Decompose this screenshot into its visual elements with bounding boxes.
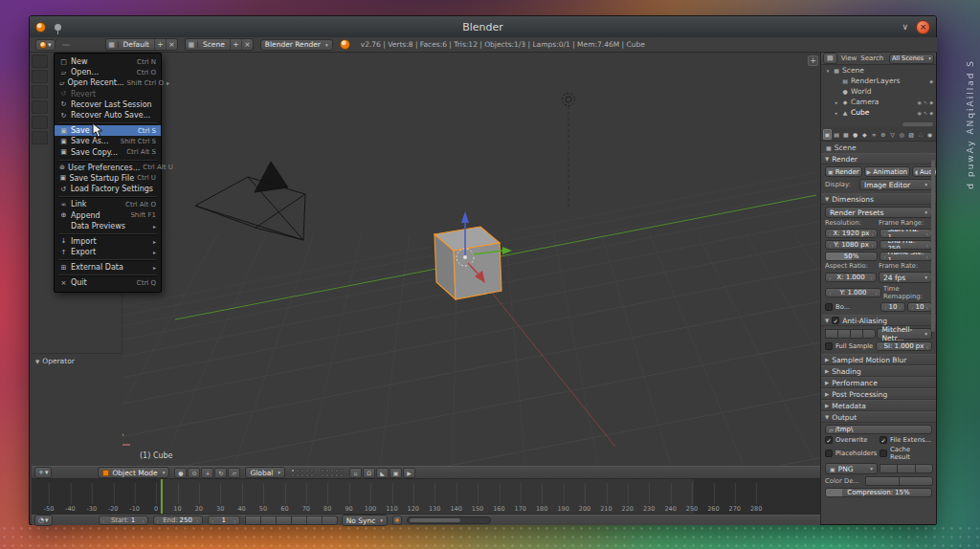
aa-sample-button[interactable]	[850, 329, 863, 339]
frame-start-field[interactable]: Start: 1	[99, 516, 148, 525]
viewport-shading-icon[interactable]: ●	[174, 468, 187, 478]
operator-panel-header[interactable]: ▼ Operator	[32, 354, 122, 368]
render-button[interactable]: ▣ Render	[825, 166, 862, 177]
timeline-menu[interactable]	[67, 519, 75, 521]
expand-arrow-icon[interactable]: ▸	[834, 110, 839, 116]
layer-toggle[interactable]	[296, 469, 300, 472]
screen-layout-selector[interactable]: ▦ Default + ×	[105, 38, 178, 51]
expand-arrow-icon[interactable]: ▸	[834, 99, 839, 105]
object-tab[interactable]: ◆	[860, 129, 869, 140]
render-engine-dropdown[interactable]: Blender Render	[260, 39, 333, 51]
viewport-menu[interactable]	[85, 472, 93, 473]
render-opengl-icon[interactable]: ▣	[390, 468, 402, 478]
antialiasing-checkbox[interactable]: ✓	[832, 317, 839, 324]
resolution-y-field[interactable]: Y: 1080 px	[825, 240, 878, 250]
outliner-scope-dropdown[interactable]: All Scenes	[889, 54, 934, 64]
modifiers-tab[interactable]: ⊛	[880, 129, 888, 140]
timeline-ruler[interactable]: -50-40-30-20-100102030405060708090100110…	[32, 479, 820, 514]
output-panel-header[interactable]: ▼ Output	[821, 411, 936, 423]
file-menu-item[interactable]: ↻ Recover Last Session ▸	[55, 99, 161, 110]
camera-small-icon[interactable]: ◆	[929, 110, 933, 116]
layer-toggle[interactable]	[301, 473, 304, 477]
menubar-menu[interactable]	[81, 44, 89, 46]
manipulator-translate-icon[interactable]: +	[201, 468, 213, 478]
layer-toggle[interactable]	[330, 473, 334, 477]
timeline-scrollbar[interactable]	[407, 516, 491, 524]
render-panel-header[interactable]: ▼ Render	[821, 153, 936, 165]
constraints-tab[interactable]: ∞	[870, 129, 879, 140]
file-menu-item[interactable]: ▣ Save As... Shift Ctrl S ▸	[55, 136, 161, 146]
lock-icon[interactable]: ▫	[349, 468, 362, 478]
playback-button[interactable]	[322, 516, 338, 525]
layer-toggle[interactable]	[310, 469, 314, 472]
placeholders-checkbox[interactable]: ✓ Placeholders	[825, 450, 878, 457]
panel-header[interactable]: ▶ Performance	[821, 377, 936, 388]
eye-icon[interactable]: ◉	[918, 99, 922, 105]
file-menu-item[interactable]: ↺ Load Factory Settings ▸	[55, 184, 161, 194]
panel-header[interactable]: ▶ Shading	[821, 365, 936, 377]
render-animation-button[interactable]: ▶ Animation	[864, 166, 910, 177]
outliner-row[interactable]: ● World	[821, 86, 936, 97]
playback-button[interactable]	[245, 516, 261, 525]
layer-toggle[interactable]	[325, 473, 329, 477]
playback-button[interactable]	[276, 516, 292, 525]
delete-layout-button[interactable]: ×	[166, 39, 177, 50]
tool-shelf-tab[interactable]	[32, 131, 48, 144]
outliner-view-menu[interactable]: View	[841, 55, 858, 62]
add-scene-button[interactable]: +	[230, 39, 241, 50]
remap-new-field[interactable]: 10	[907, 302, 932, 312]
tool-shelf-tab[interactable]	[32, 70, 48, 83]
viewport-menu[interactable]	[66, 472, 74, 473]
layer-toggle[interactable]	[335, 469, 339, 472]
cursor-arrow-icon[interactable]: ↖	[924, 110, 927, 116]
remap-old-field[interactable]: 10	[880, 302, 905, 312]
record-button[interactable]	[392, 516, 402, 525]
snap-element-icon[interactable]: ◣	[376, 468, 389, 478]
file-menu-item[interactable]: ⊞ External Data ▸	[55, 262, 161, 273]
tool-shelf-tab[interactable]	[32, 55, 48, 68]
timeline-menu[interactable]	[86, 519, 94, 521]
layer-toggle[interactable]	[305, 473, 309, 477]
current-frame-marker[interactable]	[161, 479, 163, 514]
viewport-menu[interactable]	[56, 472, 64, 473]
file-menu-item[interactable]: ▱ Open... Ctrl O ▸	[55, 67, 161, 77]
channel-button[interactable]	[880, 464, 898, 473]
file-menu-item[interactable]: ▣ Save Ctrl S ▸	[55, 125, 161, 136]
mode-dropdown[interactable]: Object Mode	[98, 467, 169, 478]
panel-header[interactable]: ▶ Metadata	[821, 400, 936, 411]
color-depth-button[interactable]	[899, 476, 933, 486]
render-layers-tab[interactable]: ▤	[833, 129, 841, 140]
channel-button[interactable]	[915, 464, 933, 473]
frame-rate-dropdown[interactable]: 24 fps	[879, 272, 932, 283]
file-menu-item[interactable]: ↑ Export ▸	[55, 247, 161, 257]
tool-shelf-tab[interactable]	[32, 85, 48, 99]
tool-shelf-tab[interactable]	[32, 116, 48, 129]
frame-end-field[interactable]: End Fra: 250	[880, 240, 932, 250]
editor-type-button[interactable]: ▤	[823, 53, 837, 64]
data-tab[interactable]: ▽	[888, 129, 897, 140]
transform-orientation-dropdown[interactable]: Global	[245, 467, 285, 478]
frame-step-field[interactable]: Frame Ste: 1	[880, 252, 932, 261]
compression-slider[interactable]: Compression: 15%	[825, 488, 932, 497]
file-format-dropdown[interactable]: ▣ PNG	[825, 463, 878, 474]
dimensions-panel-header[interactable]: ▼ Dimensions	[821, 193, 936, 205]
pin-icon[interactable]	[55, 24, 61, 31]
expand-arrow-icon[interactable]: ▾	[825, 68, 831, 74]
manipulator-scale-icon[interactable]: ▱	[228, 468, 240, 478]
outliner-row[interactable]: ▸ ▲ Cube ◉↖◆	[821, 107, 936, 118]
manipulator-rotate-icon[interactable]: ↻	[214, 468, 227, 478]
panel-header[interactable]: ▶ Post Processing	[821, 388, 936, 400]
layer-toggle[interactable]	[291, 469, 295, 472]
cache-result-checkbox[interactable]: ✓ Cache Result	[880, 446, 932, 461]
file-menu-item[interactable]: ▣ Save Copy... Ctrl Alt S ▸	[55, 147, 161, 158]
file-menu-item[interactable]: □ New Ctrl N ▸	[55, 56, 161, 67]
channel-button[interactable]	[897, 464, 915, 473]
layer-toggle[interactable]	[340, 469, 344, 472]
playback-button[interactable]	[260, 516, 277, 525]
output-path-field[interactable]: ▱ /tmp\	[825, 425, 932, 434]
menubar-menu[interactable]	[72, 44, 79, 46]
current-frame-field[interactable]: 1	[208, 516, 240, 525]
layer-toggle[interactable]	[321, 473, 324, 477]
timeline-menu[interactable]	[77, 519, 84, 521]
layer-toggle[interactable]	[321, 469, 324, 472]
